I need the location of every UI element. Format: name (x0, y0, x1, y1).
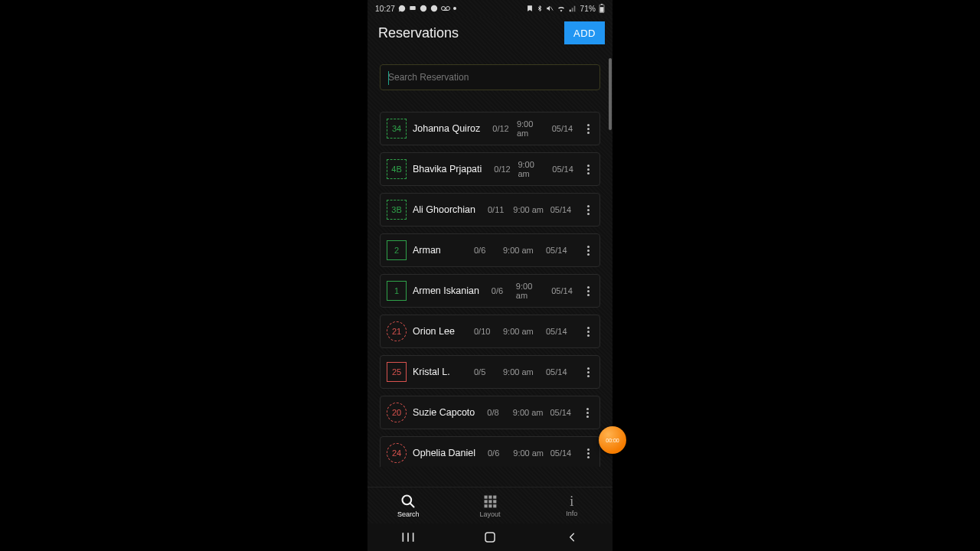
reservation-name: Kristal L. (413, 367, 450, 377)
svg-rect-16 (488, 500, 492, 503)
tab-layout[interactable]: Layout (449, 487, 531, 523)
svg-rect-14 (493, 495, 496, 498)
status-bar: 10:27 (368, 0, 612, 17)
reservation-time: 9:00 am (516, 282, 545, 300)
signal-icon (569, 5, 577, 12)
more-options-icon[interactable] (580, 233, 596, 267)
search-input[interactable] (388, 72, 592, 83)
party-count: 0/5 (474, 367, 497, 377)
reservation-name: Bhavika Prjapati (413, 164, 482, 174)
status-time: 10:27 (375, 5, 395, 13)
message-icon (409, 5, 416, 12)
more-options-icon[interactable] (580, 112, 596, 145)
reservation-list: 34Johanna Quiroz0/129:00 am05/144BBhavik… (380, 112, 600, 467)
reservation-time: 9:00 am (503, 367, 540, 377)
table-number-badge: 25 (387, 362, 407, 382)
table-number-badge: 4B (387, 159, 407, 179)
table-number-badge: 34 (387, 119, 407, 139)
reservation-row[interactable]: 3BAli Ghoorchian0/119:00 am05/14 (380, 193, 600, 227)
nav-back[interactable] (549, 531, 595, 543)
table-number-badge: 20 (387, 403, 407, 422)
svg-point-4 (446, 7, 450, 11)
table-number-badge: 24 (387, 443, 407, 463)
more-options-icon[interactable] (580, 436, 596, 467)
more-options-icon[interactable] (580, 396, 596, 429)
tab-label: Info (566, 510, 577, 517)
app-update-icon (526, 5, 534, 12)
battery-icon (599, 4, 605, 13)
table-number-badge: 3B (387, 200, 407, 220)
reservation-time: 9:00 am (513, 448, 544, 458)
reservation-row[interactable]: 21Orion Lee0/109:00 am05/14 (380, 315, 600, 348)
voicemail-icon (441, 5, 450, 11)
info-icon: i (570, 494, 573, 508)
tab-info[interactable]: i Info (531, 487, 612, 523)
grid-icon (482, 494, 498, 509)
add-button[interactable]: ADD (564, 21, 605, 44)
reservation-name: Suzie Capcoto (413, 407, 475, 418)
search-field-wrap[interactable] (380, 64, 600, 90)
reservation-time: 9:00 am (503, 246, 540, 255)
more-options-icon[interactable] (580, 193, 596, 227)
svg-line-6 (550, 7, 553, 11)
reservation-time: 9:00 am (503, 327, 540, 336)
reservation-name: Ophelia Daniel (413, 448, 475, 458)
reservation-date: 05/14 (552, 124, 573, 133)
reservation-row[interactable]: 1Armen Iskanian0/69:00 am05/14 (380, 274, 600, 308)
nav-recents[interactable] (385, 531, 431, 543)
svg-rect-8 (601, 4, 603, 5)
svg-rect-20 (493, 504, 496, 507)
reservation-name: Johanna Quiroz (413, 123, 480, 134)
reservation-date: 05/14 (550, 448, 573, 458)
reservation-name: Armen Iskanian (413, 285, 479, 296)
reservation-row[interactable]: 24Ophelia Daniel0/69:00 am05/14 (380, 436, 600, 467)
party-count: 0/12 (494, 165, 511, 174)
reservation-date: 05/14 (546, 367, 573, 377)
reservation-date: 05/14 (552, 165, 573, 174)
table-number-badge: 2 (387, 240, 407, 260)
reservation-row[interactable]: 4BBhavika Prjapati0/129:00 am05/14 (380, 152, 600, 186)
tab-search[interactable]: Search (368, 487, 449, 523)
reservation-time: 9:00 am (513, 205, 544, 214)
more-options-icon[interactable] (580, 152, 596, 186)
svg-rect-19 (488, 504, 492, 507)
bluetooth-icon (537, 5, 543, 12)
reservation-name: Ali Ghoorchian (413, 204, 475, 215)
svg-point-1 (420, 5, 426, 11)
content-area: 34Johanna Quiroz0/129:00 am05/144BBhavik… (368, 49, 612, 487)
table-number-badge: 21 (387, 321, 407, 341)
party-count: 0/6 (474, 246, 497, 255)
party-count: 0/10 (474, 327, 497, 336)
facebook-icon (430, 5, 438, 12)
android-nav-bar (368, 523, 612, 551)
scrollbar-thumb[interactable] (609, 58, 612, 130)
svg-point-3 (442, 7, 446, 11)
reservation-row[interactable]: 25Kristal L.0/59:00 am05/14 (380, 355, 600, 389)
reservation-date: 05/14 (550, 205, 573, 214)
screen-record-bubble[interactable]: 00:00 (599, 426, 626, 454)
svg-rect-15 (485, 500, 488, 503)
nav-home[interactable] (467, 530, 513, 544)
tab-label: Search (397, 510, 420, 518)
svg-rect-18 (485, 504, 488, 507)
svg-rect-9 (600, 7, 604, 12)
reservation-row[interactable]: 20Suzie Capcoto0/89:00 am05/14 (380, 396, 600, 429)
whatsapp-icon (398, 5, 406, 12)
reservation-name: Arman (413, 245, 441, 256)
tab-label: Layout (479, 510, 500, 518)
reservation-date: 05/14 (551, 286, 573, 295)
svg-line-11 (410, 503, 414, 507)
bottom-tabs: Search Layout i Info (368, 487, 612, 523)
phone-frame: 10:27 (368, 0, 612, 551)
reservation-time: 9:00 am (517, 119, 546, 138)
reservation-time: 9:00 am (518, 160, 546, 178)
text-caret (388, 71, 389, 85)
more-options-icon[interactable] (580, 355, 596, 389)
more-options-icon[interactable] (580, 274, 596, 308)
reservation-row[interactable]: 2Arman0/69:00 am05/14 (380, 233, 600, 267)
party-count: 0/6 (492, 286, 510, 295)
reservation-name: Orion Lee (413, 326, 455, 337)
svg-rect-0 (410, 6, 416, 10)
more-options-icon[interactable] (580, 315, 596, 348)
reservation-row[interactable]: 34Johanna Quiroz0/129:00 am05/14 (380, 112, 600, 145)
